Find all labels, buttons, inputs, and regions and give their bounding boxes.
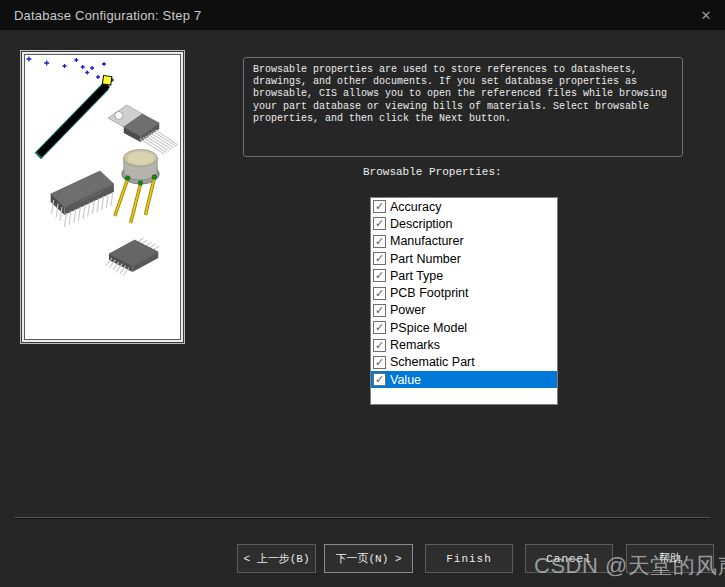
checkbox-checked-icon[interactable]: ✓ <box>373 304 386 317</box>
listbox-item-schematic-part[interactable]: ✓ Schematic Part <box>371 354 557 371</box>
next-button[interactable]: 下一页(N) > <box>324 544 413 573</box>
description-text: Browsable properties are used to store r… <box>253 64 673 125</box>
next-button-label: 下一页(N) > <box>335 551 401 566</box>
listbox-item-label: Value <box>390 373 421 387</box>
listbox-item-label: Part Number <box>390 252 461 266</box>
listbox-item-part-number[interactable]: ✓ Part Number <box>371 250 557 267</box>
description-box: Browsable properties are used to store r… <box>243 57 683 157</box>
listbox-item-label: Remarks <box>390 338 440 352</box>
listbox-item-label: Manufacturer <box>390 234 464 248</box>
listbox-item-label: Schematic Part <box>390 355 475 369</box>
listbox-item-pcb-footprint[interactable]: ✓ PCB Footprint <box>371 284 557 301</box>
titlebar: Database Configuration: Step 7 ✕ <box>0 0 725 30</box>
listbox-item-manufacturer[interactable]: ✓ Manufacturer <box>371 233 557 250</box>
help-button[interactable]: 帮助 <box>626 544 714 573</box>
finish-button-label: Finish <box>446 553 492 565</box>
checkbox-checked-icon[interactable]: ✓ <box>373 356 386 369</box>
listbox-item-label: PCB Footprint <box>390 286 469 300</box>
to220-transistor-icon <box>108 105 178 154</box>
listbox-item-accuracy[interactable]: ✓ Accuracy <box>371 198 557 215</box>
components-illustration <box>25 55 180 339</box>
browsable-properties-label: Browsable Properties: <box>363 166 502 178</box>
dip-ic-icon <box>51 171 114 227</box>
close-icon[interactable]: ✕ <box>695 4 717 26</box>
listbox-item-label: Part Type <box>390 269 443 283</box>
window-title: Database Configuration: Step 7 <box>14 8 201 23</box>
checkbox-checked-icon[interactable]: ✓ <box>373 269 386 282</box>
listbox-item-pspice-model[interactable]: ✓ PSpice Model <box>371 319 557 336</box>
back-button-label: < 上一步(B) <box>243 551 309 566</box>
listbox-item-label: PSpice Model <box>390 321 467 335</box>
checkbox-checked-icon[interactable]: ✓ <box>373 200 386 213</box>
database-configuration-dialog: Database Configuration: Step 7 ✕ <box>0 0 725 587</box>
cancel-button[interactable]: Cancel <box>525 544 613 573</box>
checkbox-checked-icon[interactable]: ✓ <box>373 235 386 248</box>
soic-ic-icon <box>106 238 159 276</box>
checkbox-checked-icon[interactable]: ✓ <box>373 373 386 386</box>
magic-wand-icon <box>38 75 112 156</box>
listbox-item-part-type[interactable]: ✓ Part Type <box>371 267 557 284</box>
help-button-label: 帮助 <box>659 551 681 566</box>
listbox-item-description[interactable]: ✓ Description <box>371 215 557 232</box>
properties-listbox[interactable]: ✓ Accuracy ✓ Description ✓ Manufacturer … <box>370 197 558 405</box>
checkbox-checked-icon[interactable]: ✓ <box>373 217 386 230</box>
listbox-item-remarks[interactable]: ✓ Remarks <box>371 336 557 353</box>
listbox-item-value-selected[interactable]: ✓ Value <box>371 371 557 388</box>
listbox-item-label: Power <box>390 303 425 317</box>
wizard-graphic <box>24 54 181 340</box>
separator-line <box>14 517 710 519</box>
can-transistor-icon <box>115 150 159 224</box>
listbox-item-label: Accuracy <box>390 200 441 214</box>
listbox-item-power[interactable]: ✓ Power <box>371 302 557 319</box>
checkbox-checked-icon[interactable]: ✓ <box>373 339 386 352</box>
cancel-button-label: Cancel <box>546 553 592 565</box>
checkbox-checked-icon[interactable]: ✓ <box>373 252 386 265</box>
listbox-item-label: Description <box>390 217 453 231</box>
back-button[interactable]: < 上一步(B) <box>237 544 316 573</box>
finish-button[interactable]: Finish <box>425 544 513 573</box>
checkbox-checked-icon[interactable]: ✓ <box>373 321 386 334</box>
checkbox-checked-icon[interactable]: ✓ <box>373 287 386 300</box>
sparkles-icon <box>26 57 113 83</box>
wizard-graphic-panel <box>20 50 185 344</box>
